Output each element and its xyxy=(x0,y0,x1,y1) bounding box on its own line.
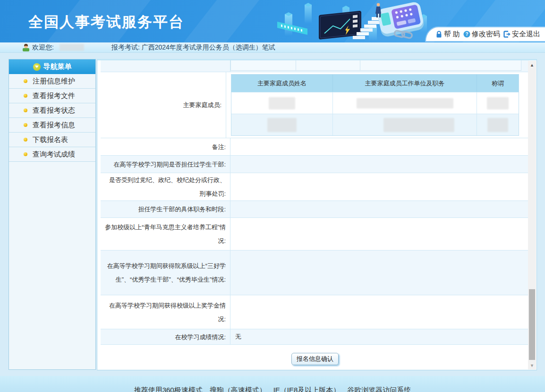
svg-text:?: ? xyxy=(465,32,468,37)
yellow-dot-icon xyxy=(24,123,27,127)
family-table-header: 主要家庭成员姓名 主要家庭成员工作单位及职务 称谓 xyxy=(231,75,519,92)
row-label xyxy=(101,60,230,72)
table-row-remarks: 备注: xyxy=(101,138,529,156)
table-row-cadre-position-period: 担任学生干部的具体职务和时段: xyxy=(101,201,529,218)
yellow-dot-icon xyxy=(24,138,27,142)
table-row-marxist-program: 参加校级以上“青年马克思主义者培养工程”情况: xyxy=(101,218,529,250)
row-label: 在高等学校学习期间是否担任过学生干部: xyxy=(101,156,230,173)
row-value xyxy=(230,218,529,250)
table-cell xyxy=(231,60,296,70)
main-panel: 主要家庭成员: 主要家庭成员姓名 主要家庭成员工作单位及职务 称谓 xyxy=(97,59,537,370)
row-value xyxy=(230,60,529,72)
table-row-family-members: 主要家庭成员: 主要家庭成员姓名 主要家庭成员工作单位及职务 称谓 xyxy=(101,72,529,138)
banner-streak xyxy=(172,0,266,42)
sidebar-item-label: 查看报考文件 xyxy=(33,92,75,100)
row-value xyxy=(230,201,529,217)
scroll-up-arrow-icon[interactable]: ▲ xyxy=(528,61,536,69)
page-body: 导航菜单 注册信息维护 查看报考文件 查看报考状态 查看报考信息 下载报名表 查… xyxy=(0,53,545,376)
sidebar-item-register-info[interactable]: 注册信息维护 xyxy=(9,74,95,89)
sidebar-item-view-exam-files[interactable]: 查看报考文件 xyxy=(9,89,95,103)
sidebar-item-label: 查询考试成绩 xyxy=(33,150,75,159)
lock-icon xyxy=(435,31,443,38)
confirm-registration-button[interactable]: 报名信息确认 xyxy=(291,353,339,365)
welcome-greeting: 欢迎您: xyxy=(32,43,54,52)
cell-name xyxy=(231,114,333,135)
vertical-scrollbar[interactable]: ▲ ▼ xyxy=(528,61,536,369)
browser-recommendation-text: 推荐使用360极速模式、搜狗（高速模式）、IE（IE8及以上版本）、谷歌浏览器访… xyxy=(134,386,411,392)
page-title: 全国人事考试服务平台 xyxy=(28,12,184,32)
family-table-row xyxy=(231,114,519,135)
cell-work-unit xyxy=(333,92,477,114)
sidebar-item-label: 注册信息维护 xyxy=(33,77,75,86)
table-cell xyxy=(296,60,360,70)
nav-menu-header[interactable]: 导航菜单 xyxy=(9,59,95,74)
column-header: 主要家庭成员工作单位及职务 xyxy=(333,75,477,92)
table-cell xyxy=(360,60,521,70)
cell-relation xyxy=(477,114,519,135)
sidebar-item-label: 查看报考状态 xyxy=(33,106,75,115)
header-toolbar: 帮 助 ? 修改密码 安全退出 xyxy=(426,27,545,41)
cell-relation xyxy=(477,92,519,114)
sidebar-item-label: 查看报考信息 xyxy=(33,121,75,130)
table-row-discipline-punishment: 是否受到过党纪、政纪、校纪处分或行政、刑事处罚: xyxy=(101,173,529,201)
welcome-bar: 欢迎您: 报考考试: 广西2024年度考试录用公务员（选调生）笔试 xyxy=(0,42,545,53)
exam-label: 报考考试: 广西2024年度考试录用公务员（选调生）笔试 xyxy=(111,43,275,52)
chevron-down-icon xyxy=(33,63,41,71)
row-label: 是否受到过党纪、政纪、校纪处分或行政、刑事处罚: xyxy=(101,173,230,200)
row-label: 参加校级以上“青年马克思主义者培养工程”情况: xyxy=(101,218,230,250)
column-header: 主要家庭成员姓名 xyxy=(231,75,333,92)
table-row-student-cadre: 在高等学校学习期间是否担任过学生干部: xyxy=(101,156,529,173)
column-header: 称谓 xyxy=(477,75,519,92)
sidebar-item-download-form[interactable]: 下载报名表 xyxy=(9,133,95,147)
row-label: 担任学生干部的具体职务和时段: xyxy=(101,201,230,217)
sidebar: 导航菜单 注册信息维护 查看报考文件 查看报考状态 查看报考信息 下载报名表 查… xyxy=(9,59,96,370)
row-label: 在高等学校学习期间获得校级以上奖学金情况: xyxy=(101,295,230,329)
row-value xyxy=(230,138,529,155)
row-value: 主要家庭成员姓名 主要家庭成员工作单位及职务 称谓 xyxy=(226,72,529,138)
cell-work-unit xyxy=(333,114,477,135)
family-members-table: 主要家庭成员姓名 主要家庭成员工作单位及职务 称谓 xyxy=(231,74,519,136)
page-footer: 推荐使用360极速模式、搜狗（高速模式）、IE（IE8及以上版本）、谷歌浏览器访… xyxy=(0,376,545,392)
table-row-honors: 在高等学校学习期间获得院系级以上“三好学生”、“优秀学生干部”、“优秀毕业生”情… xyxy=(101,250,529,295)
row-value xyxy=(230,250,529,295)
logout-label: 安全退出 xyxy=(512,30,540,39)
scroll-down-arrow-icon[interactable]: ▼ xyxy=(528,361,536,369)
exit-icon xyxy=(503,31,511,38)
row-value xyxy=(230,295,529,329)
row-value xyxy=(230,156,529,173)
change-password-label: 修改密码 xyxy=(472,30,500,39)
yellow-dot-icon xyxy=(24,108,27,112)
redacted-username xyxy=(60,44,84,51)
yellow-dot-icon xyxy=(24,152,27,156)
scrollbar-thumb[interactable] xyxy=(529,289,535,360)
cell-name xyxy=(231,92,333,114)
button-area: 报名信息确认 xyxy=(101,345,529,373)
user-avatar-icon xyxy=(22,44,30,51)
change-password-button[interactable]: ? 修改密码 xyxy=(463,30,500,39)
row-label: 主要家庭成员: xyxy=(101,72,226,138)
nav-menu-title: 导航菜单 xyxy=(43,62,72,71)
yellow-dot-icon xyxy=(24,94,27,98)
row-label: 在高等学校学习期间获得院系级以上“三好学生”、“优秀学生干部”、“优秀毕业生”情… xyxy=(101,250,230,295)
app-header: 全国人事考试服务平台 帮 助 ? 修改密码 安全退出 xyxy=(0,0,545,42)
row-label: 在校学习成绩情况: xyxy=(101,329,230,344)
truncated-inner-table xyxy=(230,60,521,71)
sidebar-item-label: 下载报名表 xyxy=(33,135,68,144)
yellow-dot-icon xyxy=(24,79,27,83)
sidebar-item-view-info[interactable]: 查看报考信息 xyxy=(9,118,95,133)
sidebar-item-query-scores[interactable]: 查询考试成绩 xyxy=(9,147,95,162)
row-value: 无 xyxy=(230,329,529,344)
sidebar-item-view-status[interactable]: 查看报考状态 xyxy=(9,103,95,118)
logout-button[interactable]: 安全退出 xyxy=(503,30,540,39)
table-row-scholarship: 在高等学校学习期间获得校级以上奖学金情况: xyxy=(101,295,529,329)
row-label: 备注: xyxy=(101,138,230,155)
help-label: 帮 助 xyxy=(444,30,460,39)
help-button[interactable]: 帮 助 xyxy=(435,30,460,39)
question-circle-icon: ? xyxy=(463,31,470,38)
registration-info-table: 主要家庭成员: 主要家庭成员姓名 主要家庭成员工作单位及职务 称谓 xyxy=(101,60,529,373)
banner-illustration xyxy=(276,0,432,42)
table-row-truncated xyxy=(101,60,529,72)
table-row-academic-performance: 在校学习成绩情况: 无 xyxy=(101,329,529,345)
family-table-row xyxy=(231,92,519,114)
row-value xyxy=(230,173,529,200)
